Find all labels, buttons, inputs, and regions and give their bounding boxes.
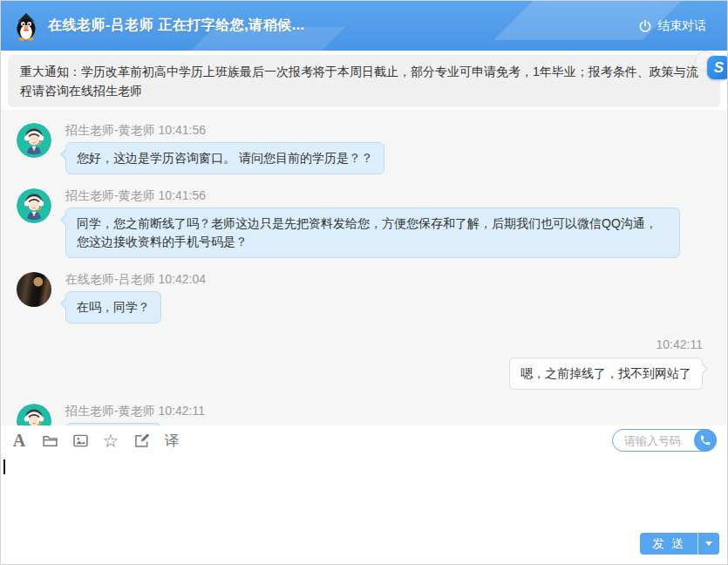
end-chat-label: 结束对话 xyxy=(657,18,706,34)
text-caret xyxy=(3,459,5,474)
phone-icon xyxy=(699,434,711,446)
image-icon[interactable] xyxy=(71,431,90,450)
message-bubble: 同学，您之前断线了吗？老师这边只是先把资料发给您，方便您保存和了解，后期我们也可… xyxy=(65,208,680,258)
agent-avatar xyxy=(17,404,51,425)
message-bubble: 您好，这边是学历咨询窗口。 请问您目前的学历是？？ xyxy=(65,142,384,174)
composer-toolbar: A ☆ 译 xyxy=(1,425,727,455)
power-icon xyxy=(638,19,652,33)
chat-message-outgoing: 10:42:11 嗯，之前掉线了，找不到网站了 xyxy=(17,337,703,390)
chat-message: 在线老师-吕老师 10:42:04 在吗，同学？ xyxy=(17,272,708,323)
message-time: 10:42:11 xyxy=(159,404,205,418)
agent-girl-icon xyxy=(17,188,51,223)
phone-number-input[interactable] xyxy=(623,433,692,448)
folder-icon[interactable] xyxy=(40,431,59,450)
chat-area: 招生老师-黄老师 10:41:56 您好，这边是学历咨询窗口。 请问您目前的学历… xyxy=(1,110,727,425)
sender-name: 招生老师-黄老师 xyxy=(65,123,155,137)
send-options-button[interactable] xyxy=(697,533,719,555)
font-icon[interactable]: A xyxy=(10,431,29,450)
teacher-photo-avatar xyxy=(17,272,51,307)
notice-area: 重大通知：学历改革前初高中学历上班族最后一次报考将于本周日截止，部分专业可申请免… xyxy=(1,51,727,110)
message-bubble: 在吗？同学。 xyxy=(65,423,161,425)
star-icon[interactable]: ☆ xyxy=(101,431,120,450)
note-edit-icon[interactable] xyxy=(132,431,151,450)
chat-message: 招生老师-黄老师 10:41:56 同学，您之前断线了吗？老师这边只是先把资料发… xyxy=(17,188,708,258)
message-time: 10:42:11 xyxy=(17,337,703,351)
agent-avatar xyxy=(17,123,51,158)
typing-status-title: 在线老师-吕老师 正在打字给您,请稍候... xyxy=(48,17,305,35)
message-bubble: 嗯，之前掉线了，找不到网站了 xyxy=(509,357,703,390)
agent-avatar xyxy=(17,188,51,223)
message-time: 10:42:04 xyxy=(159,272,207,286)
message-meta: 招生老师-黄老师 10:41:56 xyxy=(65,123,384,139)
message-meta: 招生老师-黄老师 10:42:11 xyxy=(65,404,205,419)
message-time: 10:41:56 xyxy=(159,123,207,137)
penguin-avatar-icon xyxy=(13,11,39,41)
chat-window: 在线老师-吕老师 正在打字给您,请稍候... 结束对话 重大通知：学历改革前初高… xyxy=(0,0,728,565)
sender-name: 招生老师-黄老师 xyxy=(65,404,155,418)
send-button[interactable]: 发 送 xyxy=(640,533,697,555)
header-bar: 在线老师-吕老师 正在打字给您,请稍候... 结束对话 xyxy=(1,1,727,51)
agent-girl-icon xyxy=(17,404,51,425)
message-input[interactable] xyxy=(1,455,727,533)
sender-name: 招生老师-黄老师 xyxy=(65,188,155,202)
chat-message: 招生老师-黄老师 10:42:11 在吗？同学。 xyxy=(17,404,708,425)
send-row: 发 送 xyxy=(1,533,727,564)
sender-name: 在线老师-吕老师 xyxy=(65,272,155,286)
brand-logo-badge[interactable]: S xyxy=(707,56,728,79)
caret-down-icon xyxy=(705,541,712,546)
message-time: 10:41:56 xyxy=(159,188,207,202)
message-bubble: 在吗，同学？ xyxy=(65,291,161,323)
send-button-group: 发 送 xyxy=(640,533,719,555)
chat-message: 招生老师-黄老师 10:41:56 您好，这边是学历咨询窗口。 请问您目前的学历… xyxy=(17,123,708,174)
end-chat-button[interactable]: 结束对话 xyxy=(633,17,711,35)
call-button[interactable] xyxy=(694,429,717,452)
translate-icon[interactable]: 译 xyxy=(162,431,181,450)
message-meta: 招生老师-黄老师 10:41:56 xyxy=(65,188,680,204)
message-meta: 在线老师-吕老师 10:42:04 xyxy=(65,272,206,288)
notice-text: 重大通知：学历改革前初高中学历上班族最后一次报考将于本周日截止，部分专业可申请免… xyxy=(8,55,720,107)
phone-number-pill xyxy=(612,429,717,452)
agent-girl-icon xyxy=(17,123,51,158)
